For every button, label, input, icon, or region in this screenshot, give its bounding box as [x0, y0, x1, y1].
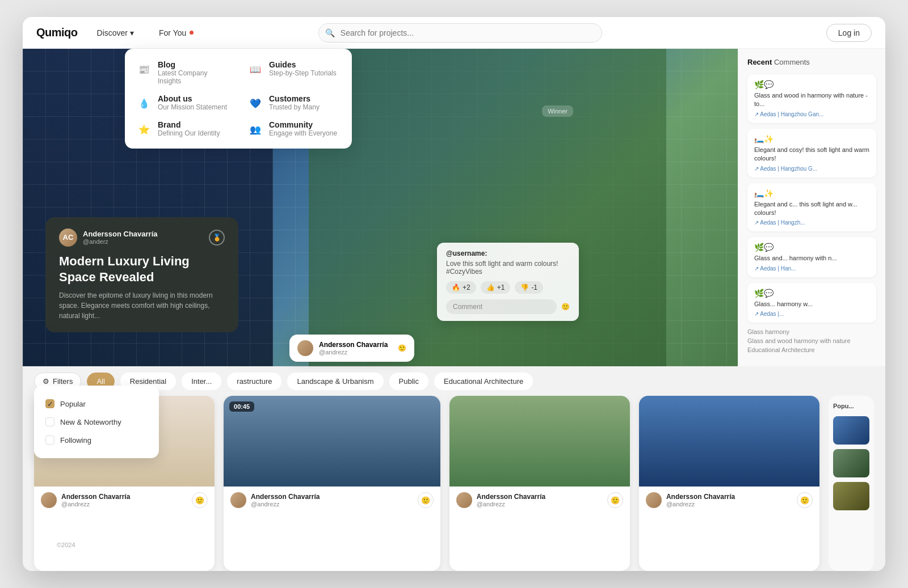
- stream-smiley[interactable]: 🙂: [398, 344, 406, 352]
- card-user-row-3: Andersson Chavarría @andrezz 🙂: [449, 487, 630, 508]
- customers-text: Customers Trusted by Many: [269, 94, 320, 111]
- community-text: Community Engage with Everyone: [269, 120, 337, 137]
- card-user-info-2: Andersson Chavarría @andrezz: [251, 493, 320, 507]
- comment-text: Love this soft light and warm colours! #…: [446, 260, 570, 276]
- comment-text-2: Elegant and cosy! this soft light and wa…: [754, 146, 869, 163]
- hero-card: AC Andersson Chavarría @anderz 🏅 Modern …: [45, 217, 238, 332]
- header: Qumiqo Discover ▾ For You 🔍 Log in: [23, 17, 885, 49]
- reaction-thumbsdown[interactable]: 👎 -1: [515, 281, 543, 294]
- login-button[interactable]: Log in: [826, 24, 872, 42]
- hero-avatar: AC: [59, 229, 77, 247]
- brand-icon: ⭐: [136, 121, 152, 137]
- stream-user-info: Andersson Chavarría @andrezz: [319, 341, 388, 356]
- community-subtitle: Engage with Everyone: [269, 129, 337, 137]
- smiley-icon[interactable]: 🙂: [561, 303, 570, 311]
- comment-card-2: 🛏️✨ Elegant and cosy! this soft light an…: [747, 129, 876, 177]
- hero-description: Discover the epitome of luxury living in…: [59, 290, 225, 321]
- comment-icon-2: 🛏️✨: [754, 134, 869, 143]
- stream-avatar: [297, 340, 313, 356]
- about-subtitle: Our Mission Statement: [158, 103, 227, 111]
- comment-text-5: Glass... harmony w...: [754, 300, 869, 308]
- comment-link-4[interactable]: ↗ Aedas | Han...: [754, 265, 869, 272]
- glass-wood-label: Glass and wood harmony with nature: [747, 337, 876, 344]
- following-label: Following: [60, 436, 91, 445]
- filter-option-following[interactable]: Following: [45, 431, 148, 449]
- comment-username: @username:: [446, 249, 570, 257]
- hero-title: Modern Luxury Living Space Revealed: [59, 253, 225, 286]
- card-like-4[interactable]: 🙂: [797, 492, 813, 508]
- filter-option-new[interactable]: New & Noteworthy: [45, 413, 148, 431]
- comment-link-1[interactable]: ↗ Aedas | Hangzhou Gan...: [754, 111, 869, 117]
- card-like-3[interactable]: 🙂: [607, 492, 623, 508]
- project-card-2[interactable]: 00:45 Andersson Chavarría @andrezz 🙂: [224, 396, 440, 571]
- stream-user-name: Andersson Chavarría: [319, 341, 388, 349]
- following-checkbox[interactable]: [45, 435, 54, 445]
- comment-icon-1: 🌿💬: [754, 80, 869, 89]
- new-checkbox[interactable]: [45, 417, 54, 426]
- about-text: About us Our Mission Statement: [158, 94, 227, 111]
- discover-label: Discover: [97, 28, 128, 37]
- comment-text-4: Glass and... harmony with n...: [754, 254, 869, 263]
- brand-subtitle: Defining Our Identity: [158, 129, 220, 137]
- hero-card-user: AC Andersson Chavarría @anderz 🏅: [59, 229, 225, 247]
- chip-landscape[interactable]: Landscape & Urbanism: [287, 373, 383, 390]
- popular-mini-3[interactable]: [833, 482, 869, 510]
- chip-public[interactable]: Public: [389, 373, 428, 390]
- dropdown-item-guides[interactable]: 📖 Guides Step-by-Step Tutorials: [247, 60, 340, 85]
- comment-input-row: Comment 🙂: [446, 299, 570, 314]
- card-like-1[interactable]: 🙂: [192, 492, 208, 508]
- comment-input[interactable]: Comment: [446, 299, 557, 314]
- popular-mini-2[interactable]: [833, 449, 869, 477]
- card-user-name-2: Andersson Chavarría: [251, 493, 320, 501]
- blog-subtitle: Latest Company Insights: [158, 69, 229, 85]
- popular-sidebar-label: Popu...: [833, 403, 869, 409]
- about-title: About us: [158, 94, 227, 103]
- card-user-name-1: Andersson Chavarría: [61, 493, 130, 501]
- dropdown-item-customers[interactable]: 💙 Customers Trusted by Many: [247, 94, 340, 111]
- nav-for-you[interactable]: For You: [153, 25, 199, 41]
- card-image-4: [639, 396, 819, 487]
- dropdown-item-about[interactable]: 💧 About us Our Mission Statement: [136, 94, 229, 111]
- comment-card-5: 🌿💬 Glass... harmony w... ↗ Aedas |...: [747, 283, 876, 323]
- card-image-3: [449, 396, 630, 487]
- chip-educational[interactable]: Educational Architecture: [434, 373, 533, 390]
- card-avatar-4: [646, 492, 662, 508]
- card-image-2: 00:45: [224, 396, 440, 487]
- about-icon: 💧: [136, 95, 152, 111]
- comment-link-5[interactable]: ↗ Aedas |...: [754, 311, 869, 317]
- popular-sidebar: Popu...: [829, 396, 874, 571]
- card-user-info-4: Andersson Chavarría @andrezz: [666, 493, 735, 507]
- card-user-handle-2: @andrezz: [251, 501, 320, 507]
- reaction-fire[interactable]: 🔥 +2: [446, 281, 476, 294]
- comment-text-1: Glass and wood in harmony with nature - …: [754, 91, 869, 109]
- comment-link-2[interactable]: ↗ Aedas | Hangzhou G...: [754, 166, 869, 172]
- popular-label: Popular: [60, 400, 86, 408]
- browser-frame: Qumiqo Discover ▾ For You 🔍 Log in Winne…: [23, 17, 885, 571]
- dropdown-item-brand[interactable]: ⭐ Brand Defining Our Identity: [136, 120, 229, 137]
- chip-infrastructure[interactable]: rastructure: [227, 373, 281, 390]
- customers-icon: 💙: [247, 95, 263, 111]
- popular-checkbox[interactable]: ✓: [45, 399, 54, 408]
- filter-option-popular[interactable]: ✓ Popular: [45, 395, 148, 413]
- dropdown-item-community[interactable]: 👥 Community Engage with Everyone: [247, 120, 340, 137]
- project-card-4[interactable]: Andersson Chavarría @andrezz 🙂: [639, 396, 819, 571]
- popular-mini-1[interactable]: [833, 416, 869, 445]
- card-like-2[interactable]: 🙂: [418, 492, 434, 508]
- search-bar: 🔍: [318, 23, 602, 43]
- brand-text: Brand Defining Our Identity: [158, 120, 220, 137]
- nav-discover[interactable]: Discover ▾: [91, 25, 140, 41]
- dropdown-item-blog[interactable]: 📰 Blog Latest Company Insights: [136, 60, 229, 85]
- guides-icon: 📖: [247, 61, 263, 77]
- guides-text: Guides Step-by-Step Tutorials: [269, 60, 337, 77]
- chip-interior[interactable]: Inter...: [182, 373, 221, 390]
- blog-title: Blog: [158, 60, 229, 69]
- card-user-row-4: Andersson Chavarría @andrezz 🙂: [639, 487, 819, 508]
- card-user-info-3: Andersson Chavarría @andrezz: [477, 493, 545, 507]
- card-user-row-1: Andersson Chavarría @andrezz 🙂: [34, 487, 215, 508]
- project-card-3[interactable]: Andersson Chavarría @andrezz 🙂: [449, 396, 630, 571]
- comment-link-3[interactable]: ↗ Aedas | Hangzh...: [754, 219, 869, 226]
- logo[interactable]: Qumiqo: [36, 26, 78, 39]
- search-input[interactable]: [318, 23, 602, 43]
- comment-icon-3: 🛏️✨: [754, 189, 869, 198]
- reaction-thumbsup[interactable]: 👍 +1: [481, 281, 511, 294]
